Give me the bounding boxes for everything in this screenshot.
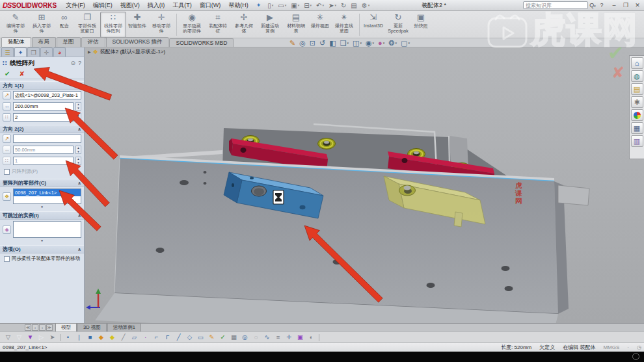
ribbon-smart-fasteners-button[interactable]: ✚智能扣件 xyxy=(126,12,148,38)
ribbon-exploded-view-button[interactable]: ✳爆炸视图 xyxy=(309,12,331,38)
section-view-icon[interactable]: ◧ xyxy=(329,39,336,47)
filter-sketch-points-icon[interactable]: ∙ xyxy=(141,333,150,342)
status-units-dropdown[interactable]: · xyxy=(627,344,629,350)
tab-sketch[interactable]: 草图 xyxy=(57,37,81,47)
menu-help[interactable]: 帮助(H) xyxy=(228,1,248,10)
menu-insert[interactable]: 插入(I) xyxy=(148,1,165,10)
tab-solidworks-mbd[interactable]: SOLIDWORKS MBD xyxy=(169,38,234,47)
component-list-item[interactable]: 0098_207_Link<1> xyxy=(14,189,81,196)
bearing-ring-2[interactable] xyxy=(318,138,336,149)
configurationmanager-tab[interactable]: ❒ xyxy=(27,47,40,57)
filter-edges-icon[interactable]: | xyxy=(74,333,84,342)
listbox-resize-handle[interactable]: ● xyxy=(0,205,84,209)
ribbon-mate-button[interactable]: ∞配合 xyxy=(55,12,74,38)
scroll-next-icon[interactable]: › xyxy=(39,324,46,331)
close-button[interactable]: ✕ xyxy=(634,2,641,8)
direction1-count-field[interactable] xyxy=(13,113,74,122)
right-tab-part[interactable] xyxy=(558,185,589,205)
status-units[interactable]: MMGS xyxy=(603,344,619,350)
filter-center-marks-icon[interactable]: ◇ xyxy=(185,333,195,342)
view-palette-icon[interactable]: ▦ xyxy=(631,122,643,134)
graphics-viewport[interactable]: 虎 课 网 ▶ ❖ 装配体2 (默认<显示状态-1>) ⌂ xyxy=(85,47,644,323)
filter-tables-icon[interactable]: ≡ xyxy=(273,333,283,342)
filter-surface-bodies-icon[interactable]: ◆ xyxy=(96,333,106,342)
zoom-select-icon[interactable]: ◌ xyxy=(251,333,261,342)
pattern-seed-only-checkbox[interactable] xyxy=(4,169,10,175)
ribbon-take-snapshot-button[interactable]: ▣拍快照 xyxy=(411,12,431,38)
direction1-section-header[interactable]: 方向 1(1)∧ xyxy=(0,81,84,90)
search-icon[interactable]: Q▾ xyxy=(588,2,597,8)
dimxpertmanager-tab[interactable]: ✛ xyxy=(40,47,53,57)
custom-properties-icon[interactable]: ▥ xyxy=(631,135,643,147)
sheet-metal-plate[interactable] xyxy=(95,155,569,323)
ribbon-reference-geometry-button[interactable]: ✢参考几何体 xyxy=(231,12,257,38)
filter-splines-icon[interactable]: ∿ xyxy=(262,333,272,342)
featuremanager-tab[interactable]: ☰ xyxy=(1,47,14,57)
ribbon-edit-component-button[interactable]: ✎编辑零部件 xyxy=(3,12,29,38)
menu-file[interactable]: 文件(F) xyxy=(66,1,85,10)
filter-faces-icon[interactable]: ■ xyxy=(85,333,95,342)
ribbon-insert-component-button[interactable]: ⊞插入零部件 xyxy=(29,12,55,38)
new-document-button[interactable]: ▯▾ xyxy=(267,2,273,9)
edit-appearance-icon[interactable]: ●▾ xyxy=(378,39,384,47)
select-cursor-icon[interactable]: ➤ xyxy=(47,333,57,342)
filter-sketches-icon[interactable]: ⌐ xyxy=(152,333,161,342)
ribbon-new-motion-study-button[interactable]: ▶新建运动算例 xyxy=(257,12,283,38)
help-button[interactable]: ? xyxy=(597,2,606,8)
displaymanager-tab[interactable]: ◕ xyxy=(53,47,66,57)
expand-tree-icon[interactable]: ▶ xyxy=(88,49,91,54)
zoom-to-fit-icon[interactable]: ◎ xyxy=(299,39,306,47)
filter-sketch-segments-icon[interactable]: Γ xyxy=(163,333,172,342)
menu-window[interactable]: 窗口(W) xyxy=(200,1,221,10)
filter-dimensions-icon[interactable]: ✎ xyxy=(207,333,217,342)
ribbon-bill-of-materials-button[interactable]: ▤材料明细表 xyxy=(283,12,309,38)
view-orientation-icon[interactable]: ❑▾ xyxy=(340,39,349,47)
filter-solid-bodies-icon[interactable]: ◆ xyxy=(107,333,117,342)
open-button[interactable]: ▭▾ xyxy=(278,2,286,9)
pattern-direction-icon[interactable]: ↗ xyxy=(3,91,11,99)
ribbon-instant3d-button[interactable]: ⇲Instant3D xyxy=(362,12,385,38)
menu-edit[interactable]: 编辑(E) xyxy=(93,1,113,10)
sync-flexible-checkbox[interactable] xyxy=(4,256,10,262)
zoom-to-area-icon[interactable]: ⊡ xyxy=(310,39,315,47)
components-section-header[interactable]: 要阵列的零部件(C)∧ xyxy=(0,179,84,187)
cancel-button[interactable]: ✘ xyxy=(19,70,24,77)
filter-vertices-icon[interactable]: • xyxy=(63,333,73,342)
filter-active-icon[interactable]: ▼ xyxy=(25,333,35,342)
scroll-last-icon[interactable]: ≫ xyxy=(46,324,53,331)
appearances-scenes-icon[interactable] xyxy=(631,109,643,121)
view-settings-icon[interactable]: ▢▾ xyxy=(401,39,410,47)
pin-menubar-icon[interactable]: ✦ xyxy=(256,2,262,8)
magnified-selection-icon[interactable]: ◎ xyxy=(240,333,250,342)
apply-scene-icon[interactable]: ❂▾ xyxy=(388,39,397,47)
hide-show-items-icon[interactable]: ◉▾ xyxy=(366,39,374,47)
ribbon-move-component-button[interactable]: ✛移动零部件 xyxy=(148,12,174,38)
file-properties-button[interactable]: ▤ xyxy=(351,2,356,9)
search-input[interactable] xyxy=(523,1,588,9)
select-button[interactable]: ➤▾ xyxy=(329,2,336,9)
menu-view[interactable]: 视图(V) xyxy=(120,1,140,10)
filter-toggle-icon[interactable]: ▽ xyxy=(3,333,13,342)
filter-keyboard-icon[interactable]: ▦ xyxy=(229,333,239,342)
clear-filters-icon[interactable]: ▽ xyxy=(14,333,24,342)
toolbox-icon[interactable]: ✱ xyxy=(631,96,643,108)
ribbon-show-hidden-components-button[interactable]: ◉显示隐藏的零部件 xyxy=(179,12,205,38)
save-button[interactable]: ▣▾ xyxy=(291,2,299,9)
filter-axes-icon[interactable]: ╱ xyxy=(118,333,128,342)
spacing2-spinner[interactable]: ▲▼ xyxy=(75,146,81,154)
propertymanager-tab[interactable]: ✦ xyxy=(14,47,27,57)
scroll-first-icon[interactable]: ≪ xyxy=(25,324,31,331)
design-library-icon[interactable]: ▤ xyxy=(631,83,643,95)
solidworks-resources-icon[interactable]: ◍ xyxy=(631,70,643,82)
tab-assembly[interactable]: 装配体 xyxy=(1,37,31,47)
options-section-header[interactable]: 选项(O)∧ xyxy=(0,245,84,253)
motion-study-tab[interactable]: 运动算例1 xyxy=(107,323,141,331)
filter-annotations-icon[interactable]: ▣ xyxy=(295,333,305,342)
model-tab[interactable]: 模型 xyxy=(55,323,77,331)
filter-hatches-icon[interactable]: ◐ xyxy=(306,333,316,342)
minimize-button[interactable]: – xyxy=(610,2,618,8)
tab-solidworks-addins[interactable]: SOLIDWORKS 插件 xyxy=(106,37,169,47)
pattern-direction2-icon[interactable]: ↗ xyxy=(3,135,11,143)
count2-spinner[interactable]: ▲▼ xyxy=(75,157,81,165)
direction2-edge-field[interactable] xyxy=(13,135,81,143)
